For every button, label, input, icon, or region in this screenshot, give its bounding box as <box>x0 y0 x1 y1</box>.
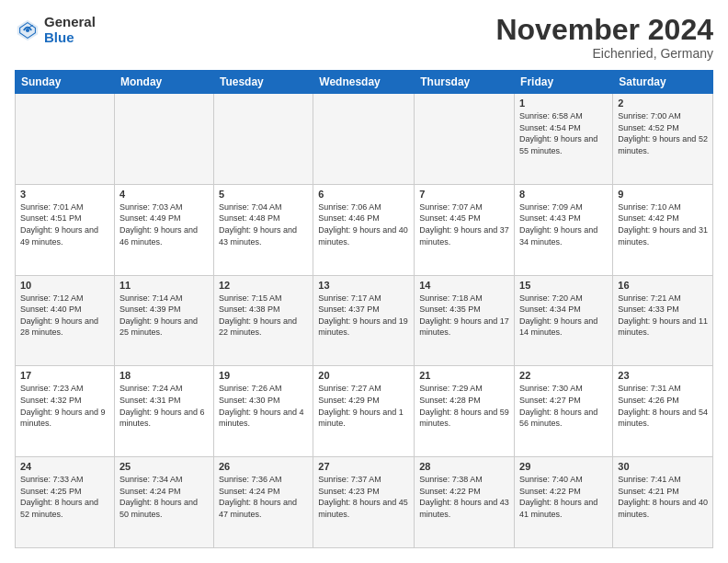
day-number: 17 <box>20 370 109 381</box>
day-number: 28 <box>419 461 509 472</box>
day-info: Sunrise: 7:30 AM Sunset: 4:27 PM Dayligh… <box>519 383 608 429</box>
calendar-cell: 16Sunrise: 7:21 AM Sunset: 4:33 PM Dayli… <box>613 275 713 366</box>
calendar-cell: 19Sunrise: 7:26 AM Sunset: 4:30 PM Dayli… <box>213 366 313 457</box>
calendar-week-0: 1Sunrise: 6:58 AM Sunset: 4:54 PM Daylig… <box>16 94 713 185</box>
day-number: 1 <box>519 98 608 109</box>
calendar-cell: 28Sunrise: 7:38 AM Sunset: 4:22 PM Dayli… <box>415 457 515 548</box>
logo-blue-text: Blue <box>44 30 96 46</box>
calendar-cell: 5Sunrise: 7:04 AM Sunset: 4:48 PM Daylig… <box>213 184 313 275</box>
col-saturday: Saturday <box>613 71 713 94</box>
day-number: 29 <box>519 461 608 472</box>
calendar-cell: 6Sunrise: 7:06 AM Sunset: 4:46 PM Daylig… <box>313 184 415 275</box>
day-info: Sunrise: 7:00 AM Sunset: 4:52 PM Dayligh… <box>618 110 708 156</box>
calendar-cell: 21Sunrise: 7:29 AM Sunset: 4:28 PM Dayli… <box>415 366 515 457</box>
day-number: 19 <box>219 370 308 381</box>
day-number: 7 <box>419 189 509 200</box>
day-info: Sunrise: 7:24 AM Sunset: 4:31 PM Dayligh… <box>119 383 209 429</box>
day-number: 11 <box>119 280 209 291</box>
calendar-cell: 11Sunrise: 7:14 AM Sunset: 4:39 PM Dayli… <box>114 275 213 366</box>
calendar-cell: 7Sunrise: 7:07 AM Sunset: 4:45 PM Daylig… <box>415 184 515 275</box>
calendar-cell: 15Sunrise: 7:20 AM Sunset: 4:34 PM Dayli… <box>515 275 613 366</box>
calendar-cell: 13Sunrise: 7:17 AM Sunset: 4:37 PM Dayli… <box>313 275 415 366</box>
logo-general-text: General <box>44 15 96 30</box>
col-wednesday: Wednesday <box>313 71 415 94</box>
day-number: 9 <box>618 189 708 200</box>
day-info: Sunrise: 7:37 AM Sunset: 4:23 PM Dayligh… <box>318 474 409 520</box>
day-info: Sunrise: 6:58 AM Sunset: 4:54 PM Dayligh… <box>519 110 608 156</box>
day-info: Sunrise: 7:29 AM Sunset: 4:28 PM Dayligh… <box>419 383 509 429</box>
calendar-cell: 3Sunrise: 7:01 AM Sunset: 4:51 PM Daylig… <box>16 184 115 275</box>
day-info: Sunrise: 7:27 AM Sunset: 4:29 PM Dayligh… <box>318 383 409 429</box>
day-info: Sunrise: 7:21 AM Sunset: 4:33 PM Dayligh… <box>618 293 708 339</box>
day-info: Sunrise: 7:33 AM Sunset: 4:25 PM Dayligh… <box>20 474 109 520</box>
logo-icon <box>15 17 40 43</box>
calendar: Sunday Monday Tuesday Wednesday Thursday… <box>15 70 713 548</box>
day-info: Sunrise: 7:04 AM Sunset: 4:48 PM Dayligh… <box>219 201 308 247</box>
day-info: Sunrise: 7:31 AM Sunset: 4:26 PM Dayligh… <box>618 383 708 429</box>
day-number: 26 <box>219 461 308 472</box>
calendar-cell: 4Sunrise: 7:03 AM Sunset: 4:49 PM Daylig… <box>114 184 213 275</box>
calendar-cell: 30Sunrise: 7:41 AM Sunset: 4:21 PM Dayli… <box>613 457 713 548</box>
day-info: Sunrise: 7:01 AM Sunset: 4:51 PM Dayligh… <box>20 201 109 247</box>
calendar-body: 1Sunrise: 6:58 AM Sunset: 4:54 PM Daylig… <box>16 94 713 548</box>
calendar-cell: 14Sunrise: 7:18 AM Sunset: 4:35 PM Dayli… <box>415 275 515 366</box>
calendar-week-1: 3Sunrise: 7:01 AM Sunset: 4:51 PM Daylig… <box>16 184 713 275</box>
calendar-cell <box>415 94 515 185</box>
day-info: Sunrise: 7:38 AM Sunset: 4:22 PM Dayligh… <box>419 474 509 520</box>
day-info: Sunrise: 7:10 AM Sunset: 4:42 PM Dayligh… <box>618 201 708 247</box>
col-sunday: Sunday <box>16 71 115 94</box>
calendar-table: Sunday Monday Tuesday Wednesday Thursday… <box>15 70 713 548</box>
title-section: November 2024 Eichenried, Germany <box>495 15 713 61</box>
day-info: Sunrise: 7:12 AM Sunset: 4:40 PM Dayligh… <box>20 293 109 339</box>
day-number: 4 <box>119 189 209 200</box>
day-info: Sunrise: 7:23 AM Sunset: 4:32 PM Dayligh… <box>20 383 109 429</box>
day-number: 3 <box>20 189 109 200</box>
calendar-week-3: 17Sunrise: 7:23 AM Sunset: 4:32 PM Dayli… <box>16 366 713 457</box>
month-title: November 2024 <box>495 15 713 44</box>
col-friday: Friday <box>515 71 613 94</box>
col-tuesday: Tuesday <box>213 71 313 94</box>
svg-point-2 <box>26 28 29 31</box>
calendar-cell: 24Sunrise: 7:33 AM Sunset: 4:25 PM Dayli… <box>16 457 115 548</box>
day-info: Sunrise: 7:17 AM Sunset: 4:37 PM Dayligh… <box>318 293 409 339</box>
day-info: Sunrise: 7:34 AM Sunset: 4:24 PM Dayligh… <box>119 474 209 520</box>
day-number: 13 <box>318 280 409 291</box>
calendar-cell: 9Sunrise: 7:10 AM Sunset: 4:42 PM Daylig… <box>613 184 713 275</box>
calendar-cell <box>16 94 115 185</box>
day-info: Sunrise: 7:20 AM Sunset: 4:34 PM Dayligh… <box>519 293 608 339</box>
day-info: Sunrise: 7:40 AM Sunset: 4:22 PM Dayligh… <box>519 474 608 520</box>
day-number: 8 <box>519 189 608 200</box>
header-row: Sunday Monday Tuesday Wednesday Thursday… <box>16 71 713 94</box>
day-number: 27 <box>318 461 409 472</box>
day-number: 2 <box>618 98 708 109</box>
calendar-cell <box>114 94 213 185</box>
col-monday: Monday <box>114 71 213 94</box>
day-number: 12 <box>219 280 308 291</box>
calendar-week-2: 10Sunrise: 7:12 AM Sunset: 4:40 PM Dayli… <box>16 275 713 366</box>
day-number: 20 <box>318 370 409 381</box>
calendar-cell <box>313 94 415 185</box>
calendar-week-4: 24Sunrise: 7:33 AM Sunset: 4:25 PM Dayli… <box>16 457 713 548</box>
day-number: 22 <box>519 370 608 381</box>
location: Eichenried, Germany <box>495 46 713 61</box>
calendar-cell: 20Sunrise: 7:27 AM Sunset: 4:29 PM Dayli… <box>313 366 415 457</box>
day-info: Sunrise: 7:41 AM Sunset: 4:21 PM Dayligh… <box>618 474 708 520</box>
day-info: Sunrise: 7:18 AM Sunset: 4:35 PM Dayligh… <box>419 293 509 339</box>
calendar-cell: 26Sunrise: 7:36 AM Sunset: 4:24 PM Dayli… <box>213 457 313 548</box>
day-number: 5 <box>219 189 308 200</box>
day-number: 21 <box>419 370 509 381</box>
day-info: Sunrise: 7:15 AM Sunset: 4:38 PM Dayligh… <box>219 293 308 339</box>
logo: General Blue <box>15 15 96 45</box>
day-info: Sunrise: 7:36 AM Sunset: 4:24 PM Dayligh… <box>219 474 308 520</box>
day-info: Sunrise: 7:06 AM Sunset: 4:46 PM Dayligh… <box>318 201 409 247</box>
calendar-cell: 1Sunrise: 6:58 AM Sunset: 4:54 PM Daylig… <box>515 94 613 185</box>
day-number: 25 <box>119 461 209 472</box>
page: General Blue November 2024 Eichenried, G… <box>0 0 728 563</box>
day-number: 16 <box>618 280 708 291</box>
logo-text: General Blue <box>44 15 96 45</box>
day-info: Sunrise: 7:03 AM Sunset: 4:49 PM Dayligh… <box>119 201 209 247</box>
header: General Blue November 2024 Eichenried, G… <box>15 15 713 61</box>
calendar-cell: 8Sunrise: 7:09 AM Sunset: 4:43 PM Daylig… <box>515 184 613 275</box>
day-info: Sunrise: 7:26 AM Sunset: 4:30 PM Dayligh… <box>219 383 308 429</box>
calendar-cell: 17Sunrise: 7:23 AM Sunset: 4:32 PM Dayli… <box>16 366 115 457</box>
